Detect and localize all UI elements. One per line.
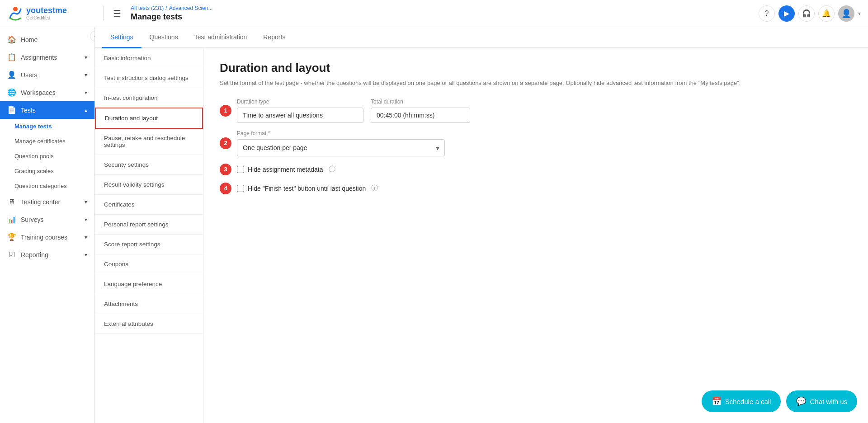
surveys-icon: 📊 [7, 215, 16, 224]
sidebar-sub-tests: Manage tests Manage certificates Questio… [0, 119, 94, 193]
tests-arrow: ▴ [85, 107, 87, 113]
sidebar-item-training-courses[interactable]: 🏆 Training courses ▾ [0, 228, 94, 246]
hide-assignment-meta-label: Hide assignment metadata [248, 166, 323, 173]
step-row-2: 2 Page format * One question per page Al… [220, 130, 852, 156]
sidebar-label-home: Home [21, 36, 87, 43]
float-buttons: 📅 Schedule a call 💬 Chat with us [702, 390, 857, 412]
bell-button[interactable]: 🔔 [818, 5, 835, 22]
settings-nav-result-validity[interactable]: Result validity settings [95, 175, 203, 195]
page-format-group: Page format * One question per page All … [237, 130, 445, 156]
logo-sub: GetCertified [26, 15, 67, 20]
users-arrow: ▾ [85, 72, 87, 78]
tabs-bar: Settings Questions Test administration R… [95, 27, 868, 48]
settings-nav-test-instructions[interactable]: Test instructions dialog settings [95, 68, 203, 88]
sidebar-sub-question-cats[interactable]: Question categories [0, 179, 94, 193]
sidebar-sub-grading-scales[interactable]: Grading scales [0, 164, 94, 179]
sidebar-label-surveys: Surveys [21, 216, 80, 223]
tab-test-administration[interactable]: Test administration [186, 27, 255, 48]
content-title: Duration and layout [220, 61, 852, 75]
sidebar-item-users[interactable]: 👤 Users ▾ [0, 66, 94, 84]
svg-point-0 [13, 7, 18, 11]
sidebar-label-testing-center: Testing center [21, 198, 80, 206]
sidebar-label-reporting: Reporting [21, 251, 80, 258]
training-arrow: ▾ [85, 234, 87, 240]
hide-finish-btn-info-icon[interactable]: ⓘ [371, 184, 378, 193]
hamburger-button[interactable]: ☰ [109, 5, 125, 22]
chat-with-us-button[interactable]: 💬 Chat with us [786, 390, 857, 412]
users-icon: 👤 [7, 70, 16, 79]
sidebar-label-training: Training courses [21, 234, 80, 241]
hide-finish-btn-checkbox[interactable] [237, 185, 244, 192]
topbar-actions: ? ▶ 🎧 🔔 👤 ▾ [759, 5, 861, 22]
breadcrumb-test-name[interactable]: Advanced Scien... [169, 5, 213, 11]
settings-nav-language-pref[interactable]: Language preference [95, 274, 203, 294]
settings-nav-coupons[interactable]: Coupons [95, 254, 203, 274]
schedule-icon: 📅 [712, 396, 722, 406]
chat-icon: 💬 [796, 396, 806, 406]
home-icon: 🏠 [7, 35, 16, 44]
tab-settings[interactable]: Settings [102, 27, 142, 48]
sidebar-nav: 🏠 Home 📋 Assignments ▾ 👤 Users ▾ 🌐 Works… [0, 27, 94, 267]
sidebar-item-surveys[interactable]: 📊 Surveys ▾ [0, 211, 94, 228]
tab-questions[interactable]: Questions [142, 27, 186, 48]
step-row-3: 3 Hide assignment metadata ⓘ [220, 164, 852, 175]
sidebar-label-users: Users [21, 71, 80, 79]
breadcrumb-all-tests[interactable]: All tests (231) [131, 5, 164, 11]
hide-assignment-meta-wrap: Hide assignment metadata ⓘ [237, 165, 335, 174]
schedule-call-button[interactable]: 📅 Schedule a call [702, 390, 781, 412]
settings-nav-pause-retake[interactable]: Pause, retake and reschedule settings [95, 128, 203, 155]
avatar-arrow: ▾ [858, 10, 861, 17]
settings-nav-duration-layout[interactable]: Duration and layout [95, 108, 203, 129]
avatar[interactable]: 👤 [838, 5, 854, 22]
settings-nav-attachments[interactable]: Attachments [95, 294, 203, 314]
chat-label: Chat with us [810, 398, 847, 405]
workspaces-arrow: ▾ [85, 89, 87, 96]
headset-button[interactable]: 🎧 [798, 5, 815, 22]
sidebar-sub-manage-tests[interactable]: Manage tests [0, 119, 94, 134]
training-icon: 🏆 [7, 233, 16, 241]
sidebar-item-home[interactable]: 🏠 Home [0, 31, 94, 48]
duration-type-input[interactable] [237, 108, 363, 123]
step-badge-2: 2 [220, 137, 231, 149]
hide-assignment-meta-checkbox[interactable] [237, 166, 244, 173]
page-format-select-wrap: One question per page All questions on o… [237, 139, 445, 156]
settings-nav-score-report[interactable]: Score report settings [95, 235, 203, 254]
sidebar-item-assignments[interactable]: 📋 Assignments ▾ [0, 48, 94, 66]
testing-center-arrow: ▾ [85, 199, 87, 205]
logo-brand: youtestme [26, 6, 67, 15]
sidebar-item-workspaces[interactable]: 🌐 Workspaces ▾ [0, 84, 94, 101]
sidebar-item-reporting[interactable]: ☑ Reporting ▾ [0, 246, 94, 263]
help-button[interactable]: ? [759, 5, 775, 22]
tab-reports[interactable]: Reports [255, 27, 293, 48]
hide-assignment-meta-info-icon[interactable]: ⓘ [329, 165, 335, 174]
step-badge-3: 3 [220, 164, 231, 175]
settings-nav-security[interactable]: Security settings [95, 155, 203, 175]
sidebar-label-assignments: Assignments [21, 54, 80, 61]
breadcrumb-sep: / [165, 5, 167, 11]
sidebar-item-testing-center[interactable]: 🖥 Testing center ▾ [0, 193, 94, 211]
play-button[interactable]: ▶ [778, 5, 795, 22]
assignments-icon: 📋 [7, 53, 16, 61]
total-duration-input[interactable] [371, 108, 470, 123]
settings-content: Duration and layout Set the format of th… [203, 48, 868, 423]
duration-type-label: Duration type [237, 99, 363, 105]
sidebar-label-tests: Tests [21, 107, 80, 114]
sidebar-sub-manage-certs[interactable]: Manage certificates [0, 134, 94, 149]
settings-nav-basic-info[interactable]: Basic information [95, 48, 203, 68]
step-row-1: 1 Duration type Total duration [220, 99, 852, 123]
breadcrumb: All tests (231) / Advanced Scien... Mana… [131, 5, 212, 22]
sidebar-sub-question-pools[interactable]: Question pools [0, 149, 94, 164]
main-content: Settings Questions Test administration R… [95, 27, 868, 423]
settings-nav-in-test-config[interactable]: In-test configuration [95, 88, 203, 108]
settings-nav-personal-report[interactable]: Personal report settings [95, 215, 203, 235]
logo-icon [7, 5, 24, 22]
sidebar-label-workspaces: Workspaces [21, 89, 80, 96]
settings-nav-external-attrs[interactable]: External attributes [95, 314, 203, 334]
page-title: Manage tests [131, 12, 212, 22]
settings-nav-certificates[interactable]: Certificates [95, 195, 203, 215]
reporting-icon: ☑ [7, 250, 16, 259]
step-badge-4: 4 [220, 183, 231, 194]
sidebar-item-tests[interactable]: 📄 Tests ▴ [0, 101, 94, 119]
step-badge-1: 1 [220, 105, 231, 117]
page-format-select[interactable]: One question per page All questions on o… [237, 139, 445, 156]
